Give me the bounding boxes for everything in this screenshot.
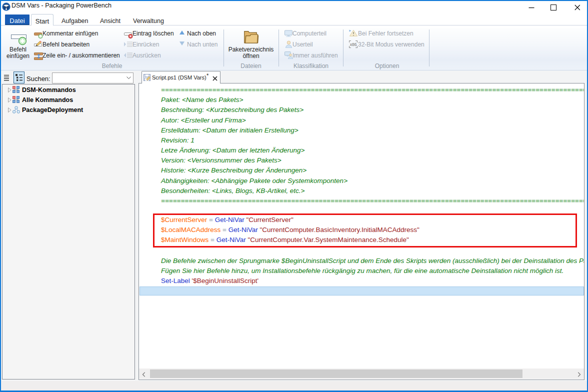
svg-text:x86: x86 [350, 42, 357, 47]
